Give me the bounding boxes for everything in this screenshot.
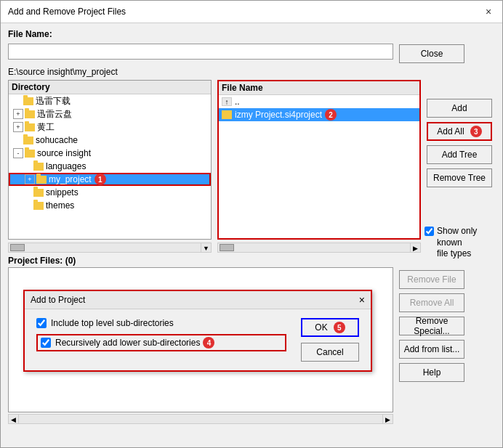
tree-item-themes[interactable]: themes — [9, 199, 211, 212]
expand-icon-source-insight[interactable]: - — [13, 148, 23, 158]
bottom-scrollbar-h[interactable]: ◀ ▶ — [8, 414, 393, 424]
close-button[interactable]: Close — [399, 44, 464, 63]
remove-special-button[interactable]: Remove Special... — [399, 317, 464, 335]
tree-label: source insight — [37, 148, 91, 158]
tree-label: 黄工 — [37, 121, 55, 134]
file-item-parent[interactable]: ↑ .. — [219, 95, 419, 108]
tree-item-xunlei[interactable]: 迅雷下载 — [9, 94, 211, 107]
file-item-project[interactable]: izmy Project.si4project 2 — [219, 108, 419, 121]
tree-item-languages[interactable]: languages — [9, 160, 211, 173]
file-item-badge: 2 — [325, 109, 337, 121]
tree-label: themes — [46, 200, 74, 211]
file-label: izmy Project.si4project — [235, 110, 322, 120]
expand-icon-huanggong[interactable]: + — [13, 122, 23, 132]
ok-button[interactable]: OK 5 — [301, 318, 359, 337]
directory-panel-header: Directory — [9, 81, 211, 94]
checkbox-row-1: Include top level sub-directories — [36, 318, 286, 328]
project-files-label: Project Files: (0) — [8, 256, 76, 266]
include-subdirs-label: Include top level sub-directories — [51, 318, 174, 328]
my-project-badge: 1 — [94, 174, 106, 185]
title-close-button[interactable]: × — [482, 5, 495, 18]
sub-dialog-content: Include top level sub-directories Recurs… — [25, 309, 371, 370]
dir-scrollbar-h[interactable]: ▼ — [8, 243, 212, 253]
add-from-list-button[interactable]: Add from list... — [399, 340, 464, 359]
sub-dialog-title: Add to Project — [31, 295, 85, 305]
file-scrollbar-h[interactable]: ▶ — [217, 243, 421, 253]
recursive-subdirs-checkbox[interactable] — [41, 338, 51, 348]
show-known-text: Show only known file types — [437, 226, 495, 260]
add-all-badge: 3 — [470, 126, 482, 137]
expand-icon-my-project[interactable]: + — [25, 174, 35, 184]
show-known-checkbox[interactable] — [424, 227, 434, 236]
tree-label: 迅雷云盘 — [37, 108, 72, 121]
expand-icon-yunpan[interactable]: + — [13, 109, 23, 119]
directory-panel: Directory 迅雷下载 + 迅雷云盘 — [8, 80, 212, 240]
tree-item-huanggong[interactable]: + 黄工 — [9, 121, 211, 134]
tree-item-snippets[interactable]: snippets — [9, 186, 211, 199]
help-button[interactable]: Help — [399, 363, 464, 382]
dialog-title: Add and Remove Project Files — [8, 7, 126, 17]
recursive-subdirs-label: Recursively add lower sub-directories — [55, 338, 200, 348]
file-list-container[interactable]: ↑ .. izmy Project.si4project 2 — [219, 95, 419, 233]
tree-item-my-project[interactable]: + my_project 1 — [9, 173, 211, 186]
tree-item-source-insight[interactable]: - source insight — [9, 147, 211, 160]
add-button[interactable]: Add — [427, 99, 492, 118]
tree-label: snippets — [46, 187, 79, 197]
remove-all-button[interactable]: Remove All — [399, 293, 464, 312]
checkbox2-badge: 4 — [203, 337, 214, 349]
tree-container[interactable]: 迅雷下载 + 迅雷云盘 + 黄工 — [9, 94, 211, 232]
add-tree-button[interactable]: Add Tree — [427, 145, 492, 164]
add-all-label: Add All — [437, 126, 464, 137]
main-dialog: Add and Remove Project Files × File Name… — [0, 0, 503, 448]
checkbox-row-2: Recursively add lower sub-directories 4 — [36, 334, 286, 351]
tree-label: sohucache — [36, 135, 78, 145]
remove-tree-button[interactable]: Remove Tree — [427, 168, 492, 187]
tree-label: languages — [46, 161, 86, 171]
sub-dialog-title-bar: Add to Project × — [25, 291, 371, 309]
add-all-button[interactable]: Add All 3 — [427, 122, 492, 141]
cancel-button[interactable]: Cancel — [301, 343, 359, 362]
sub-dialog-close-button[interactable]: × — [359, 294, 365, 306]
include-subdirs-checkbox[interactable] — [36, 318, 47, 328]
file-name-label: File Name: — [8, 29, 52, 39]
add-to-project-dialog: Add to Project × Include top level sub-d… — [23, 290, 372, 372]
file-name-panel-header: File Name — [219, 81, 419, 95]
tree-item-yunpan[interactable]: + 迅雷云盘 — [9, 107, 211, 121]
file-name-panel: File Name ↑ .. izmy Project.si4project 2 — [217, 80, 421, 240]
ok-badge: 5 — [334, 322, 345, 333]
file-name-input[interactable] — [8, 44, 393, 60]
remove-file-button[interactable]: Remove File — [399, 270, 464, 289]
tree-item-sohucache[interactable]: sohucache — [9, 134, 211, 147]
tree-label: 迅雷下载 — [36, 95, 71, 107]
title-bar: Add and Remove Project Files × — [1, 1, 502, 23]
ok-label: OK — [315, 322, 327, 333]
file-label: .. — [235, 97, 240, 107]
tree-label: my_project — [49, 174, 92, 184]
project-files-panel: Add to Project × Include top level sub-d… — [8, 267, 393, 412]
path-label: E:\source insight\my_project — [8, 67, 495, 77]
